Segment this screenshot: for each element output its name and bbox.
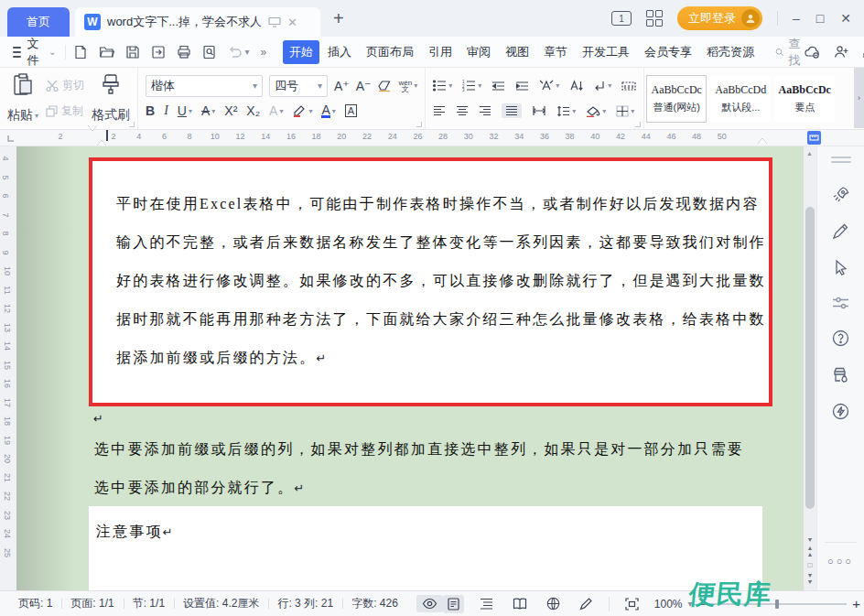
distribute-button[interactable] — [532, 105, 546, 116]
sort-button[interactable] — [569, 80, 583, 92]
apps-grid-icon[interactable] — [646, 10, 663, 27]
quick-tools-rocket-icon[interactable] — [832, 185, 850, 203]
underline-button[interactable]: U▾ — [178, 103, 192, 118]
read-mode-button[interactable] — [509, 595, 531, 612]
status-segment[interactable]: 行: 3 列: 21 — [268, 596, 342, 611]
align-left-button[interactable] — [433, 105, 446, 116]
pinyin-guide-button[interactable]: wén文 ▾ — [398, 80, 417, 92]
print-preview-button[interactable] — [202, 45, 217, 59]
status-segment[interactable]: 设置值: 4.2厘米 — [174, 596, 268, 611]
ink-pen-button[interactable] — [576, 594, 597, 613]
highlighted-paragraph-box[interactable]: 平时在使用Excel表格中，可能由于制作表格时操作不当，或者制作好以后发现数据内… — [89, 157, 772, 406]
share-user-icon[interactable] — [834, 45, 849, 59]
undo-dropdown-icon[interactable]: ▾ — [244, 47, 249, 57]
status-segment[interactable]: 页码: 1 — [9, 596, 61, 611]
sidebar-drag-handle[interactable] — [831, 154, 851, 166]
ribbon-tab-页面布局[interactable]: 页面布局 — [360, 40, 420, 64]
vertical-ruler[interactable]: 45678910111213141516171819202122232425 — [0, 146, 16, 590]
style-要点[interactable]: AaBbCcDc要点 — [774, 75, 835, 123]
close-tab-icon[interactable]: ✕ — [287, 16, 297, 29]
increase-indent-button[interactable] — [515, 81, 529, 92]
ribbon-tab-视图[interactable]: 视图 — [499, 40, 535, 64]
align-center-button[interactable] — [456, 105, 469, 116]
text-tool-button[interactable]: ▾ — [539, 80, 559, 92]
fit-page-button[interactable] — [621, 595, 643, 613]
close-button[interactable]: ✕ — [840, 11, 851, 26]
group-expand-icon[interactable] — [635, 122, 641, 127]
more-commands-icon[interactable]: » — [260, 46, 265, 59]
shrink-font-button[interactable]: A⁻ — [356, 79, 372, 93]
help-icon[interactable] — [832, 330, 849, 347]
shading-button[interactable]: ▾ — [586, 105, 606, 117]
decrease-indent-button[interactable] — [491, 81, 505, 92]
style-默认段...[interactable]: AaBbCcDd默认段... — [710, 75, 771, 123]
ribbon-tab-章节[interactable]: 章节 — [537, 40, 574, 64]
scroll-up-icon[interactable]: ▲ — [806, 150, 813, 157]
scroll-down-icon[interactable]: ▼ — [806, 536, 814, 543]
ribbon-tab-会员专享[interactable]: 会员专享 — [638, 40, 698, 64]
scrollbar-thumb[interactable] — [805, 207, 815, 509]
char-scale-button[interactable] — [621, 81, 636, 92]
justify-button[interactable] — [502, 103, 522, 118]
clear-format-button[interactable] — [377, 80, 392, 92]
italic-button[interactable]: I — [164, 103, 168, 118]
settings-sliders-icon[interactable] — [832, 296, 849, 310]
ruler-toggle-button[interactable] — [807, 131, 821, 145]
style-普通(网站)[interactable]: AaBbCcDc普通(网站) — [646, 75, 707, 123]
line-spacing-button[interactable]: ▾ — [556, 105, 576, 117]
paste-dropdown-icon[interactable]: ▾ — [35, 112, 38, 120]
subscript-button[interactable]: X₂ — [246, 103, 260, 118]
new-document-button[interactable] — [73, 45, 88, 59]
save-button[interactable] — [125, 45, 140, 59]
find-button[interactable]: 查找 — [775, 36, 805, 69]
page-view-button[interactable] — [443, 595, 464, 613]
web-view-button[interactable] — [543, 594, 564, 613]
ribbon-tab-审阅[interactable]: 审阅 — [460, 40, 497, 64]
select-browse-object-icon[interactable]: □ — [806, 562, 814, 568]
window-switch-icon[interactable]: 1 — [611, 11, 632, 26]
select-cursor-icon[interactable] — [833, 259, 849, 276]
open-file-button[interactable] — [99, 45, 114, 59]
cut-button[interactable]: 剪切 — [46, 78, 84, 93]
zoom-in-button[interactable]: + — [852, 596, 860, 611]
home-tab[interactable]: 首页 — [7, 7, 70, 37]
horizontal-ruler[interactable]: 2 24681012141618202224262830323436384042… — [0, 130, 864, 146]
group-expand-icon[interactable] — [129, 122, 135, 127]
group-expand-icon[interactable] — [416, 122, 422, 127]
heading-section-box[interactable]: 注意事项↵ — [89, 506, 762, 590]
align-right-button[interactable] — [479, 105, 491, 116]
copy-button[interactable]: 复制 — [46, 103, 84, 119]
show-marks-button[interactable]: ▾ — [593, 81, 611, 92]
ribbon-tab-开发工具[interactable]: 开发工具 — [576, 40, 636, 64]
format-painter-button[interactable]: 格式刷 — [92, 73, 130, 124]
ribbon-tab-稻壳资源[interactable]: 稻壳资源 — [700, 40, 761, 64]
borders-button[interactable]: ▾ — [616, 105, 634, 117]
font-color-button[interactable]: A▾ — [321, 104, 335, 118]
cloud-sync-icon[interactable] — [805, 46, 821, 59]
smart-assistant-icon[interactable] — [832, 403, 849, 420]
status-segment[interactable]: 页面: 1/1 — [61, 596, 123, 611]
superscript-button[interactable]: X² — [224, 103, 237, 118]
maximize-button[interactable]: □ — [816, 11, 824, 26]
highlight-button[interactable]: ▾ — [292, 104, 312, 117]
right-indent-marker[interactable] — [758, 138, 767, 144]
login-button[interactable]: 立即登录 — [677, 6, 762, 30]
font-name-select[interactable]: 楷体▾ — [146, 75, 263, 97]
strikethrough-button[interactable]: A▾ — [201, 103, 215, 118]
paste-button[interactable]: 粘贴▾ — [7, 73, 38, 124]
style-gallery-expand-button[interactable]: › — [854, 68, 864, 128]
char-shading-button[interactable]: A▾ — [269, 103, 283, 118]
minimize-button[interactable]: – — [793, 11, 800, 26]
next-page-icon[interactable]: ▼▼ — [806, 572, 814, 585]
print-button[interactable] — [177, 45, 191, 59]
ribbon-tab-开始[interactable]: 开始 — [283, 40, 319, 64]
screen-share-icon[interactable] — [268, 16, 281, 27]
file-menu[interactable]: 文件 ⌄ — [0, 36, 65, 69]
grow-font-button[interactable]: A⁺ — [334, 79, 350, 93]
signature-pen-icon[interactable] — [832, 222, 849, 240]
outline-view-button[interactable] — [476, 595, 497, 612]
indent-markers[interactable] — [88, 131, 97, 140]
ribbon-tab-插入[interactable]: 插入 — [321, 40, 358, 64]
template-store-icon[interactable] — [832, 366, 850, 384]
eye-protection-button[interactable] — [416, 595, 443, 612]
